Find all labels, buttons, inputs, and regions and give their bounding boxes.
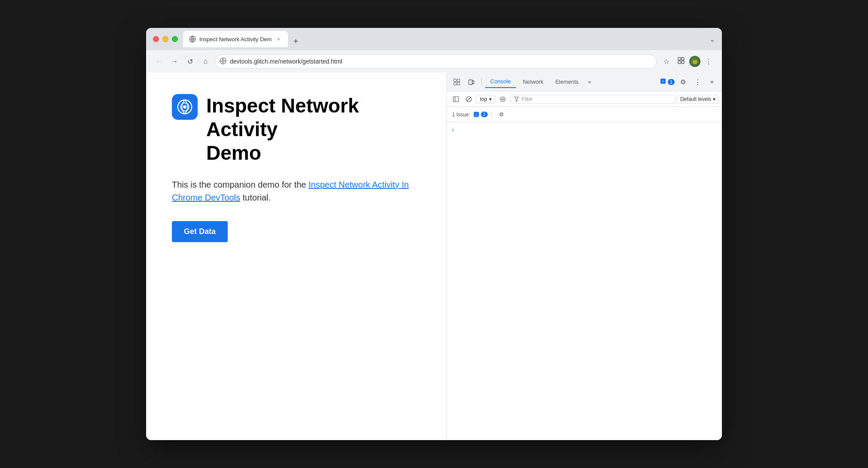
svg-point-5 <box>222 60 224 62</box>
top-dropdown-icon: ▾ <box>489 96 492 102</box>
page-description: This is the companion demo for the Inspe… <box>172 178 421 204</box>
issues-separator: | <box>491 112 492 118</box>
svg-rect-11 <box>682 58 684 60</box>
issues-icon: ! <box>660 78 666 85</box>
issues-count: 1 <box>481 112 488 117</box>
console-toolbar: top ▾ Filter Default levels <box>447 91 722 107</box>
forward-button[interactable]: → <box>168 55 180 67</box>
svg-marker-33 <box>514 97 519 101</box>
svg-rect-24 <box>472 81 474 84</box>
filter-icon <box>514 97 519 102</box>
tab-elements[interactable]: Elements <box>550 76 584 88</box>
window-controls-chevron[interactable]: ⌄ <box>709 35 715 43</box>
tab-divider <box>481 78 482 86</box>
home-button[interactable]: ⌂ <box>199 55 211 67</box>
browser-window: Inspect Network Activity Dem × + ⌄ ← → ↺… <box>146 28 722 440</box>
profile-avatar[interactable]: 🐸 <box>689 56 700 67</box>
svg-rect-20 <box>457 79 460 82</box>
browser-menu-icon: ⋮ <box>705 58 712 66</box>
svg-text:🐸: 🐸 <box>692 59 698 64</box>
address-bar[interactable]: devtools.glitch.me/network/getstarted.ht… <box>215 55 657 69</box>
browser-content: Inspect Network Activity Demo This is th… <box>146 73 722 440</box>
more-tabs-button[interactable]: » <box>586 77 594 87</box>
tabs-area: Inspect Network Activity Dem × + <box>183 31 704 47</box>
bookmark-icon: ☆ <box>663 58 669 66</box>
svg-point-32 <box>502 98 504 100</box>
levels-dropdown-icon: ▾ <box>713 96 715 102</box>
forward-icon: → <box>171 58 178 65</box>
devtools-panel: Console Network Elements » ! <box>447 73 722 440</box>
settings-gear-icon: ⚙ <box>680 78 686 86</box>
new-tab-button[interactable]: + <box>290 35 302 47</box>
get-data-button[interactable]: Get Data <box>172 221 228 242</box>
browser-toolbar: ← → ↺ ⌂ devtools.glitch.me/n <box>146 50 722 73</box>
console-output-area: › <box>447 122 722 440</box>
webpage-area: Inspect Network Activity Demo This is th… <box>146 73 447 440</box>
svg-rect-10 <box>678 58 681 60</box>
top-context-selector[interactable]: top ▾ <box>476 95 495 103</box>
minimize-traffic-light[interactable] <box>162 36 168 42</box>
levels-label: Default levels <box>680 96 711 102</box>
svg-rect-19 <box>454 79 456 82</box>
console-filter[interactable]: Filter <box>510 95 675 103</box>
device-toggle-button[interactable] <box>465 76 478 88</box>
active-tab[interactable]: Inspect Network Activity Dem × <box>183 31 288 47</box>
svg-rect-27 <box>453 97 458 102</box>
tab-favicon-icon <box>189 36 196 43</box>
traffic-lights <box>153 36 178 42</box>
reload-button[interactable]: ↺ <box>184 55 196 67</box>
back-icon: ← <box>156 58 162 65</box>
console-prompt-chevron[interactable]: › <box>450 125 456 135</box>
svg-rect-22 <box>457 82 460 85</box>
issues-count-area[interactable]: ! 1 <box>474 112 488 117</box>
issues-bar: 1 Issue: ! 1 | ⚙ <box>447 107 722 122</box>
log-levels-selector[interactable]: Default levels ▾ <box>677 95 718 103</box>
svg-point-18 <box>183 105 186 109</box>
tab-close-button[interactable]: × <box>275 36 282 43</box>
inspect-element-button[interactable] <box>450 76 463 88</box>
maximize-traffic-light[interactable] <box>172 36 178 42</box>
issues-tab-count: ! 1 <box>660 78 675 85</box>
devtools-tabs-right: ! 1 ⚙ ⋮ × <box>660 76 718 88</box>
page-header: Inspect Network Activity Demo <box>172 94 421 165</box>
devtools-more-menu-button[interactable]: ⋮ <box>691 76 704 88</box>
issues-small-icon: ! <box>474 112 479 117</box>
filter-placeholder: Filter <box>522 96 533 102</box>
svg-rect-23 <box>469 80 472 85</box>
extensions-icon <box>677 57 685 66</box>
tab-title: Inspect Network Activity Dem <box>199 36 272 43</box>
devtools-settings-button[interactable]: ⚙ <box>676 76 689 88</box>
top-label: top <box>480 96 487 102</box>
tab-network[interactable]: Network <box>518 76 549 88</box>
reload-icon: ↺ <box>187 58 193 66</box>
live-expressions-button[interactable] <box>497 94 508 105</box>
issues-gear-icon: ⚙ <box>499 111 504 118</box>
tab-console[interactable]: Console <box>485 76 516 88</box>
console-clear-button[interactable] <box>463 94 474 105</box>
svg-rect-13 <box>682 61 684 64</box>
page-title: Inspect Network Activity Demo <box>206 94 421 165</box>
browser-menu-button[interactable]: ⋮ <box>702 55 715 68</box>
extensions-button[interactable] <box>675 55 688 68</box>
issues-label: 1 Issue: <box>452 112 470 118</box>
site-logo <box>172 94 198 120</box>
address-text: devtools.glitch.me/network/getstarted.ht… <box>230 58 650 65</box>
home-icon: ⌂ <box>203 58 208 65</box>
svg-line-30 <box>467 97 471 101</box>
svg-text:!: ! <box>476 113 477 117</box>
devtools-tabs: Console Network Elements » ! <box>447 73 722 91</box>
title-bar: Inspect Network Activity Dem × + ⌄ <box>146 28 722 50</box>
svg-rect-12 <box>678 61 681 64</box>
devtools-close-icon: × <box>710 78 714 85</box>
devtools-more-icon: ⋮ <box>694 78 701 86</box>
close-traffic-light[interactable] <box>153 36 159 42</box>
toolbar-right-buttons: ☆ 🐸 ⋮ <box>660 55 715 68</box>
svg-rect-21 <box>454 82 456 85</box>
address-security-icon <box>220 58 226 66</box>
svg-text:!: ! <box>663 79 664 83</box>
issues-settings-button[interactable]: ⚙ <box>496 109 507 120</box>
bookmark-button[interactable]: ☆ <box>660 55 673 68</box>
back-button[interactable]: ← <box>153 55 165 67</box>
console-sidebar-button[interactable] <box>450 94 462 105</box>
devtools-close-button[interactable]: × <box>706 76 718 88</box>
